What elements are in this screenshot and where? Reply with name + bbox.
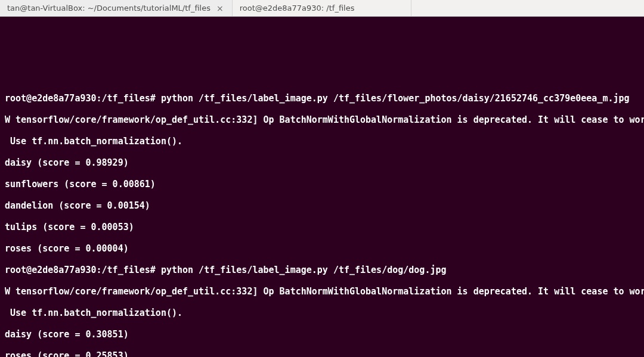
close-icon[interactable]: × [215, 0, 225, 17]
terminal-line: tulips (score = 0.00053) [5, 222, 639, 232]
tab-active[interactable]: tan@tan-VirtualBox: ~/Documents/tutorial… [0, 0, 233, 16]
terminal-line: roses (score = 0.00004) [5, 243, 639, 254]
terminal-line: roses (score = 0.25853) [5, 350, 639, 357]
terminal-line: Use tf.nn.batch_normalization(). [5, 308, 639, 318]
tab-bar: tan@tan-VirtualBox: ~/Documents/tutorial… [0, 0, 644, 17]
tab-title: tan@tan-VirtualBox: ~/Documents/tutorial… [7, 0, 210, 17]
terminal-line: W tensorflow/core/framework/op_def_util.… [5, 286, 639, 297]
terminal-line: dandelion (score = 0.00154) [5, 200, 639, 211]
terminal-line: daisy (score = 0.98929) [5, 157, 639, 168]
tab-title: root@e2de8a77a930: /tf_files [240, 0, 355, 17]
terminal-line: root@e2de8a77a930:/tf_files# python /tf_… [5, 93, 639, 104]
terminal-line: sunflowers (score = 0.00861) [5, 179, 639, 190]
tab-inactive[interactable]: root@e2de8a77a930: /tf_files [233, 0, 411, 16]
terminal-line: W tensorflow/core/framework/op_def_util.… [5, 114, 639, 125]
terminal-line: daisy (score = 0.30851) [5, 329, 639, 340]
terminal-line: root@e2de8a77a930:/tf_files# python /tf_… [5, 265, 639, 275]
terminal-output[interactable]: root@e2de8a77a930:/tf_files# python /tf_… [0, 17, 644, 357]
terminal-line: Use tf.nn.batch_normalization(). [5, 136, 639, 147]
